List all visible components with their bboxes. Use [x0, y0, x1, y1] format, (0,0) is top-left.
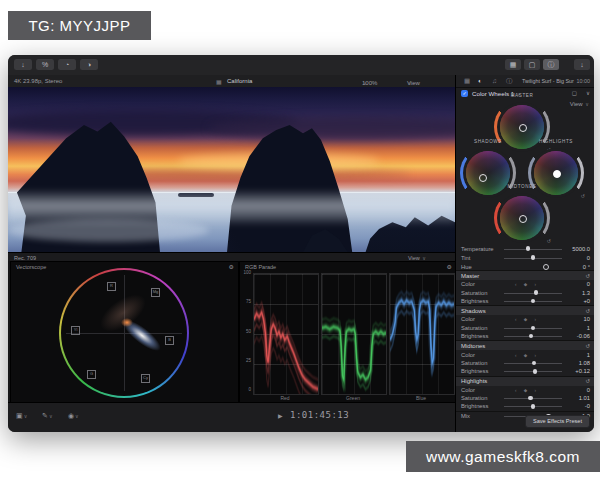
- check-icon: ✓: [462, 90, 466, 96]
- param-value[interactable]: +0: [563, 298, 590, 304]
- effect-menu-icon[interactable]: ∨: [586, 90, 590, 96]
- param-label: Saturation: [461, 290, 503, 296]
- share-icon: ↓: [580, 61, 584, 68]
- vectorscope-panel: Vectorscope ⚙ R Mg B: [10, 261, 239, 403]
- section-header-shadows[interactable]: Shadows ↺: [456, 305, 594, 315]
- param-row-saturation: Saturation 1.01: [456, 394, 594, 402]
- color-correction-button[interactable]: ◑: [80, 59, 98, 70]
- tab-audio-icon[interactable]: ♫: [492, 77, 497, 84]
- reset-icon[interactable]: ↺: [585, 343, 590, 349]
- param-label: Brightness: [461, 298, 503, 304]
- waveform-green: [321, 273, 387, 395]
- save-effects-preset-button[interactable]: Save Effects Preset: [525, 415, 590, 428]
- param-value[interactable]: 1: [563, 352, 590, 358]
- master-wheel-puck[interactable]: [519, 124, 527, 132]
- param-value[interactable]: +0.12: [563, 368, 590, 374]
- transport-bar: ▣∨ ✎∨ ◉∨ ▶ 1:01:45:13: [8, 402, 455, 432]
- param-slider[interactable]: [503, 332, 563, 340]
- keyframe-controls[interactable]: ‹ ◆ ›: [503, 350, 563, 358]
- effects-tool-dropdown[interactable]: ◉∨: [68, 412, 79, 420]
- transform-tool-dropdown[interactable]: ▣∨: [16, 412, 27, 420]
- midtones-wheel-puck[interactable]: [519, 215, 527, 223]
- param-row-color: Color ‹ ◆ › 0: [456, 280, 594, 288]
- background-tasks-button[interactable]: ◔: [58, 59, 76, 70]
- foreground-mist: [8, 219, 209, 242]
- section-header-midtones[interactable]: Midtones ↺: [456, 340, 594, 350]
- target-cyan: Cy: [141, 374, 150, 383]
- param-value[interactable]: 1: [563, 325, 590, 331]
- inspector-tabs: ▦ ◐ ♫ ⓘ Twilight Surf - Big Sur 10:00: [456, 75, 594, 88]
- param-row-color: Color ‹ ◆ › 0: [456, 386, 594, 394]
- highlights-wheel-reset-icon[interactable]: ↺: [581, 193, 585, 199]
- import-button[interactable]: ↓: [14, 59, 32, 70]
- highlights-wheel-puck[interactable]: [553, 170, 561, 178]
- param-slider[interactable]: [503, 402, 563, 410]
- hue-value[interactable]: 0 °: [563, 264, 590, 270]
- import-icon: ↓: [21, 61, 25, 68]
- param-slider[interactable]: [503, 394, 563, 402]
- parade-settings-icon[interactable]: ⚙: [447, 263, 452, 270]
- vectorscope-face: R Mg B Cy G Yl: [61, 270, 187, 396]
- target-green: G: [87, 370, 96, 379]
- proxy-button[interactable]: %: [36, 59, 54, 70]
- wheel-label-highlights: HIGHLIGHTS: [521, 139, 591, 144]
- tint-value[interactable]: 0: [563, 255, 590, 261]
- tab-color-icon[interactable]: ◐: [478, 77, 482, 84]
- param-label: Color: [461, 387, 503, 393]
- effect-enable-checkbox[interactable]: ✓: [461, 90, 468, 97]
- reset-icon[interactable]: ↺: [585, 378, 590, 384]
- keyframe-controls[interactable]: ‹ ◆ ›: [503, 386, 563, 394]
- play-icon[interactable]: ▶: [278, 412, 283, 419]
- param-slider[interactable]: [503, 359, 563, 367]
- keyframe-controls[interactable]: ‹ ◆ ›: [503, 315, 563, 323]
- param-value[interactable]: 1.08: [563, 360, 590, 366]
- section-header-master[interactable]: Master ↺: [456, 270, 594, 280]
- effect-mask-icon[interactable]: ▢: [572, 90, 577, 96]
- share-button[interactable]: ↓: [574, 59, 590, 70]
- param-slider[interactable]: [503, 367, 563, 375]
- draw-mask-tool-dropdown[interactable]: ✎∨: [42, 412, 53, 420]
- keyframe-icons: ‹ ◆ ›: [515, 282, 539, 287]
- timeline-toggle-button[interactable]: ▢: [524, 59, 540, 70]
- shadows-wheel-puck[interactable]: [479, 174, 487, 182]
- param-value[interactable]: -0.06: [563, 333, 590, 339]
- param-row-saturation: Saturation 1.3: [456, 288, 594, 296]
- clip-duration-label: 10:00: [577, 78, 591, 84]
- timecode-display[interactable]: 1:01:45:13: [290, 410, 349, 420]
- browser-toggle-button[interactable]: ▦: [505, 59, 521, 70]
- rgb-parade-panel: RGB Parade ⚙ 1007550250: [239, 261, 457, 403]
- keyframe-controls[interactable]: ‹ ◆ ›: [503, 280, 563, 288]
- vectorscope-settings-icon[interactable]: ⚙: [229, 263, 234, 270]
- param-value[interactable]: 1.3: [563, 290, 590, 296]
- wheel-label-master: MASTER: [487, 93, 557, 98]
- param-label: Color: [461, 281, 503, 287]
- section-header-highlights[interactable]: Highlights ↺: [456, 376, 594, 386]
- param-value[interactable]: 0: [563, 387, 590, 393]
- tint-slider[interactable]: [503, 253, 563, 262]
- param-row-color: Color ‹ ◆ › 10: [456, 315, 594, 323]
- tab-video-icon[interactable]: ▦: [464, 77, 470, 85]
- watermark-bottom: www.gameskfk8.com: [406, 441, 600, 472]
- inspector-toggle-button[interactable]: ⓘ: [543, 59, 559, 70]
- midtones-wheel[interactable]: ↺: [494, 190, 550, 246]
- param-slider[interactable]: [503, 288, 563, 296]
- param-label: Color: [461, 316, 503, 322]
- reset-icon[interactable]: ↺: [585, 273, 590, 279]
- parameter-sections: Master ↺ Color ‹ ◆ › 0 Saturation 1.3 Br…: [456, 270, 594, 420]
- temperature-value[interactable]: 5000.0: [563, 246, 590, 252]
- reset-icon[interactable]: ↺: [585, 308, 590, 314]
- param-value[interactable]: 1.01: [563, 395, 590, 401]
- tab-info-icon[interactable]: ⓘ: [506, 77, 513, 86]
- param-value[interactable]: 10: [563, 316, 590, 322]
- section-name: Highlights: [461, 378, 487, 384]
- wheels-view-dropdown[interactable]: View ∨: [570, 101, 589, 107]
- param-value[interactable]: -0: [563, 403, 590, 409]
- viewer-canvas[interactable]: [8, 87, 455, 252]
- param-value[interactable]: 0: [563, 281, 590, 287]
- param-slider[interactable]: [503, 324, 563, 332]
- param-label: Saturation: [461, 360, 503, 366]
- temperature-slider[interactable]: [503, 244, 563, 253]
- keyframe-icons: ‹ ◆ ›: [515, 352, 539, 357]
- crop-icon: ▣: [16, 412, 23, 419]
- param-slider[interactable]: [503, 297, 563, 305]
